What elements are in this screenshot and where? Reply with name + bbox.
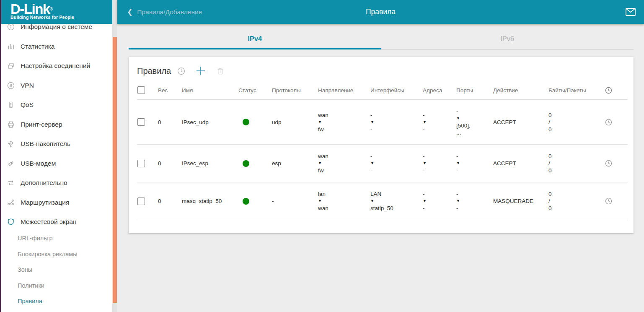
arrow-down-icon: ▼	[456, 160, 491, 167]
arrow-down-icon: ▼	[370, 198, 420, 205]
panel-title: Правила	[137, 66, 171, 76]
addresses-from: -	[423, 190, 454, 198]
rules-table: Вес Имя Статус Протоколы Направление Инт…	[129, 81, 634, 220]
row-checkbox[interactable]	[137, 118, 145, 126]
arrow-down-icon: ▼	[318, 119, 368, 126]
back-chevron-icon[interactable]: ❮	[127, 8, 133, 16]
cell-bytes: 0 / 0	[548, 190, 605, 212]
sidebar-item-vpn[interactable]: VPN	[0, 76, 112, 96]
sidebar-subitem-ad-block[interactable]: Блокировка рекламы	[0, 246, 112, 262]
subitem-label: URL-фильтр	[18, 235, 52, 242]
ports-from: -	[456, 153, 491, 160]
cell-weight: 0	[158, 119, 182, 125]
ports-from: -	[456, 108, 491, 115]
interfaces-to: -	[370, 126, 420, 133]
subitem-label: Блокировка рекламы	[18, 251, 78, 257]
addresses-to: -	[423, 205, 454, 212]
cell-name: masq_statip_50	[182, 198, 238, 204]
sidebar-item-label: Статистика	[21, 43, 54, 50]
col-schedule-clock-icon	[605, 87, 612, 94]
interfaces-from: -	[370, 112, 420, 119]
main-content: IPv4 IPv6 Правила Вес Имя Статус Протоко…	[117, 24, 644, 312]
table-row[interactable]: 0 IPsec_udp udp wan ▼ fw - ▼ - - ▼ -	[137, 100, 628, 145]
sidebar-item-label: Принт-сервер	[21, 121, 62, 128]
cell-direction: wan ▼ fw	[318, 153, 370, 174]
table-row[interactable]: 0 masq_statip_50 - lan ▼ wan LAN ▼ stati…	[137, 182, 628, 220]
tab-bar: IPv4 IPv6	[129, 24, 634, 49]
firewall-submenu: URL-фильтр Блокировка рекламы Зоны Полит…	[0, 231, 112, 309]
swap-arrows-icon	[7, 179, 15, 187]
addresses-to: -	[423, 126, 454, 133]
status-enabled-dot	[243, 119, 249, 125]
cell-weight: 0	[158, 160, 182, 166]
cell-name: IPsec_esp	[182, 160, 238, 166]
cell-ports: - ▼ [500], ...	[456, 108, 493, 136]
sidebar-subitem-rules[interactable]: Правила	[0, 294, 112, 309]
select-all-checkbox[interactable]	[137, 86, 145, 94]
sidebar: Информация о системе Статистика Настройк…	[0, 0, 117, 312]
delete-rule-button[interactable]	[216, 67, 224, 75]
sidebar-item-usb-storage[interactable]: USB-накопитель	[0, 134, 112, 154]
addresses-to: -	[423, 167, 454, 174]
sidebar-item-label: Информация о системе	[21, 23, 92, 31]
sidebar-subitem-zones[interactable]: Зоны	[0, 262, 112, 278]
status-enabled-dot	[243, 198, 249, 205]
sidebar-item-label: VPN	[21, 82, 34, 89]
arrow-down-icon: ▼	[318, 198, 368, 205]
sidebar-item-usb-modem[interactable]: USB-модем	[0, 154, 112, 174]
direction-from: wan	[318, 153, 368, 160]
sidebar-item-connections[interactable]: Настройка соединений	[0, 56, 112, 76]
sidebar-item-advanced[interactable]: Дополнительно	[0, 173, 112, 193]
cell-direction: lan ▼ wan	[318, 190, 370, 212]
tab-ipv6[interactable]: IPv6	[381, 24, 634, 49]
row-schedule-clock-icon[interactable]	[605, 119, 612, 126]
sidebar-item-qos[interactable]: QoS	[0, 95, 112, 115]
addresses-from: -	[423, 112, 454, 119]
table-header-row: Вес Имя Статус Протоколы Направление Инт…	[137, 81, 628, 100]
sidebar-item-label: USB-модем	[21, 160, 56, 167]
arrow-down-icon: ▼	[456, 198, 491, 205]
status-enabled-dot	[243, 160, 249, 167]
arrow-down-icon: ▼	[370, 160, 420, 167]
sidebar-item-routing[interactable]: Маршрутизация	[0, 193, 112, 213]
schedule-clock-icon[interactable]	[177, 67, 185, 75]
lock-circle-icon	[7, 82, 15, 89]
sidebar-scrollbar-thumb[interactable]	[113, 37, 117, 303]
brand-name: D-Link®	[10, 3, 112, 16]
col-ports: Порты	[456, 87, 493, 94]
cell-name: IPsec_udp	[182, 119, 238, 125]
breadcrumb[interactable]: ❮ Правила/Добавление	[127, 0, 202, 24]
sidebar-subitem-url-filter[interactable]: URL-фильтр	[0, 231, 112, 247]
cell-ports: - ▼ -	[456, 190, 493, 212]
cell-protocols: -	[272, 198, 318, 204]
cell-action: MASQUERADE	[493, 198, 548, 204]
interfaces-from: -	[370, 153, 420, 160]
sidebar-subitem-policies[interactable]: Политики	[0, 278, 112, 294]
mail-icon[interactable]	[626, 8, 636, 16]
breadcrumb-label[interactable]: Правила/Добавление	[137, 8, 202, 16]
row-schedule-clock-icon[interactable]	[605, 160, 612, 167]
row-checkbox[interactable]	[137, 198, 145, 205]
sidebar-item-label: Дополнительно	[21, 179, 67, 187]
ports-to: [500], ...	[456, 122, 491, 136]
sidebar-item-firewall[interactable]: Межсетевой экран	[0, 212, 112, 232]
arrow-down-icon: ▼	[318, 160, 368, 167]
sidebar-item-print-server[interactable]: Принт-сервер	[0, 115, 112, 135]
connections-icon	[7, 62, 15, 70]
ports-to: -	[456, 167, 491, 174]
tab-ipv4[interactable]: IPv4	[129, 24, 381, 49]
sidebar-scrollbar-track[interactable]	[112, 0, 117, 312]
window-edge-strip	[0, 0, 1, 312]
rules-panel: Правила Вес Имя Статус Протоколы Направл…	[129, 57, 634, 233]
row-checkbox[interactable]	[137, 160, 145, 167]
cell-addresses: - ▼ -	[423, 112, 456, 133]
row-schedule-clock-icon[interactable]	[605, 198, 612, 205]
direction-from: wan	[318, 112, 368, 119]
table-row[interactable]: 0 IPsec_esp esp wan ▼ fw - ▼ - - ▼ -	[137, 145, 628, 182]
col-status: Статус	[238, 87, 272, 94]
top-header: ❮ Правила/Добавление Правила	[117, 0, 644, 24]
cell-action: ACCEPT	[493, 119, 548, 125]
sidebar-item-statistics[interactable]: Статистика	[0, 37, 112, 57]
sidebar-item-label: QoS	[21, 101, 34, 109]
add-rule-button[interactable]	[196, 66, 206, 76]
